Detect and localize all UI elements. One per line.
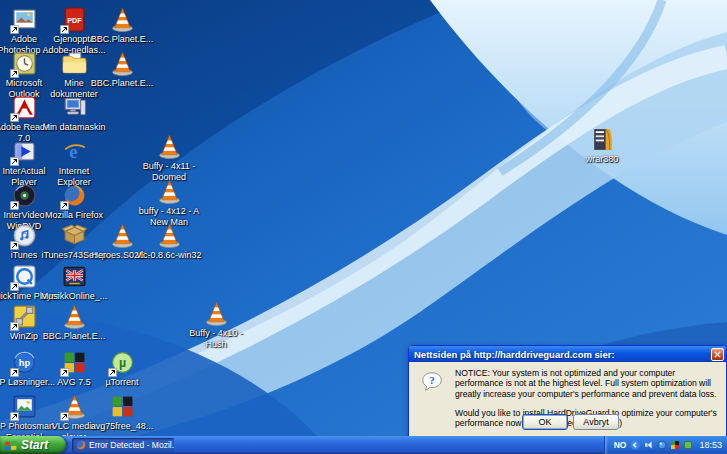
pdf-icon: PDF	[61, 6, 88, 33]
utorrent-icon: µ	[109, 349, 136, 376]
firefox-icon	[76, 440, 86, 450]
hp-icon: hp	[11, 349, 38, 376]
itunes-icon	[11, 222, 38, 249]
quicktime-icon	[11, 263, 38, 290]
svg-text:?: ?	[429, 374, 435, 386]
desktop-icon-bbc-planet-earth-1[interactable]: BBC.Planet.E...	[85, 6, 159, 45]
desktop-icon-label: MusikkOnline_...	[37, 291, 111, 302]
desktop-icon-musikkonline[interactable]: MusikkOnline_...	[37, 263, 111, 302]
ok-button[interactable]: OK	[522, 414, 568, 430]
svg-text:µ: µ	[118, 356, 125, 370]
desktop-icon-avg75free-48[interactable]: avg75free_48...	[85, 393, 159, 432]
tray-icons	[644, 440, 693, 450]
shortcut-arrow-icon	[60, 368, 69, 377]
hp-photo-icon	[11, 393, 38, 420]
svg-text:e: e	[69, 141, 77, 162]
tray-avg-icon[interactable]	[670, 440, 680, 450]
desktop-icon-label: Buffy - 4x10 - Hush	[179, 328, 253, 349]
desktop-icon-min-datamaskin[interactable]: Min datamaskin	[37, 94, 111, 133]
tray-app-icon[interactable]	[657, 440, 667, 450]
chevron-left-icon[interactable]	[630, 440, 640, 450]
svg-text:PDF: PDF	[67, 16, 82, 25]
computer-icon	[61, 94, 88, 121]
desktop-icon-label: Min datamaskin	[37, 122, 111, 133]
shortcut-arrow-icon	[10, 201, 19, 210]
shortcut-arrow-icon	[60, 25, 69, 34]
folder-icon	[61, 50, 88, 77]
desktop-icon-bbc-planet-earth-3[interactable]: BBC.Planet.E...	[37, 303, 111, 342]
vlc-cone-icon	[203, 300, 230, 327]
desktop-icon-label: wrar380	[565, 154, 639, 165]
desktop: Adobe Photoshop ...PDFGjenoppta Adobe-ne…	[0, 0, 727, 454]
avg-icon	[61, 349, 88, 376]
desktop-icon-label: Mozilla Firefox	[37, 210, 111, 221]
desktop-icon-utorrent[interactable]: µµTorrent	[85, 349, 159, 388]
close-icon[interactable]	[711, 348, 724, 361]
rar-flag-icon	[61, 263, 88, 290]
dialog-message-notice: NOTICE: Your system is not optimized and…	[455, 368, 721, 399]
dialog-title: Nettsiden på http://harddriveguard.com s…	[414, 349, 711, 360]
shortcut-arrow-icon	[10, 322, 19, 331]
outlook-icon	[11, 50, 38, 77]
start-button-label: Start	[21, 438, 48, 452]
interactual-icon	[11, 138, 38, 165]
shortcut-arrow-icon	[10, 157, 19, 166]
vlc-cone-icon	[156, 222, 183, 249]
desktop-icon-label: µTorrent	[85, 377, 159, 388]
desktop-icon-buffy-4x11-doomed[interactable]: Buffy - 4x11 - Doomed	[132, 133, 206, 182]
alert-dialog-window: Nettsiden på http://harddriveguard.com s…	[408, 345, 727, 437]
svg-text:hp: hp	[18, 358, 30, 368]
firefox-icon	[61, 182, 88, 209]
clock: 18:53	[699, 440, 722, 450]
shortcut-arrow-icon	[108, 368, 117, 377]
vlc-cone-icon	[109, 50, 136, 77]
desktop-icon-label: BBC.Planet.E...	[85, 78, 159, 89]
desktop-icon-bbc-planet-earth-2[interactable]: BBC.Planet.E...	[85, 50, 159, 89]
desktop-icon-wrar380[interactable]: wrar380	[565, 126, 639, 165]
desktop-icon-buffy-4x12-a-new-man[interactable]: buffy - 4x12 - A New Man	[132, 178, 206, 227]
language-indicator[interactable]: NO	[614, 440, 627, 450]
photoshop-icon	[11, 6, 38, 33]
taskbar: Start Error Detected - Mozil... NO 18:53	[0, 436, 727, 454]
start-button[interactable]: Start	[0, 436, 66, 454]
tray-volume-icon[interactable]	[644, 440, 654, 450]
dialog-titlebar[interactable]: Nettsiden på http://harddriveguard.com s…	[409, 346, 726, 362]
taskbar-task-firefox[interactable]: Error Detected - Mozil...	[72, 438, 174, 452]
ie-icon: e	[61, 138, 88, 165]
desktop-icon-label: BBC.Planet.E...	[85, 34, 159, 45]
windows-logo-icon	[4, 439, 18, 451]
shortcut-arrow-icon	[10, 69, 19, 78]
desktop-icon-label: avg75free_48...	[85, 421, 159, 432]
shortcut-arrow-icon	[10, 25, 19, 34]
box-icon	[61, 222, 88, 249]
question-bubble-icon: ?	[420, 370, 444, 394]
vlc-cone-icon	[156, 178, 183, 205]
reader-icon	[11, 94, 38, 121]
desktop-icon-vlc-086c-win32[interactable]: vlc-0.8.6c-win32	[132, 222, 206, 261]
avg-icon	[109, 393, 136, 420]
system-tray: NO 18:53	[604, 436, 727, 454]
tray-shield-icon[interactable]	[683, 440, 693, 450]
shortcut-arrow-icon	[60, 412, 69, 421]
winzip-icon	[11, 303, 38, 330]
desktop-icon-mozilla-firefox[interactable]: Mozilla Firefox	[37, 182, 111, 221]
dialog-body: ? NOTICE: Your system is not optimized a…	[409, 362, 726, 436]
task-label: Error Detected - Mozil...	[89, 440, 174, 450]
shortcut-arrow-icon	[10, 241, 19, 250]
shortcut-arrow-icon	[10, 282, 19, 291]
shortcut-arrow-icon	[10, 368, 19, 377]
vlc-cone-icon	[61, 303, 88, 330]
cancel-button[interactable]: Avbryt	[573, 414, 619, 430]
desktop-icon-label: BBC.Planet.E...	[37, 331, 111, 342]
shortcut-arrow-icon	[60, 201, 69, 210]
vlc-cone-icon	[109, 6, 136, 33]
windvd-icon	[11, 182, 38, 209]
desktop-icon-internet-explorer[interactable]: eInternet Explorer	[37, 138, 111, 187]
winrar-icon	[589, 126, 616, 153]
vlc-cone-icon	[156, 133, 183, 160]
desktop-icon-buffy-4x10-hush[interactable]: Buffy - 4x10 - Hush	[179, 300, 253, 349]
shortcut-arrow-icon	[10, 113, 19, 122]
desktop-icon-label: vlc-0.8.6c-win32	[132, 250, 206, 261]
vlc-cone-icon	[61, 393, 88, 420]
shortcut-arrow-icon	[10, 412, 19, 421]
